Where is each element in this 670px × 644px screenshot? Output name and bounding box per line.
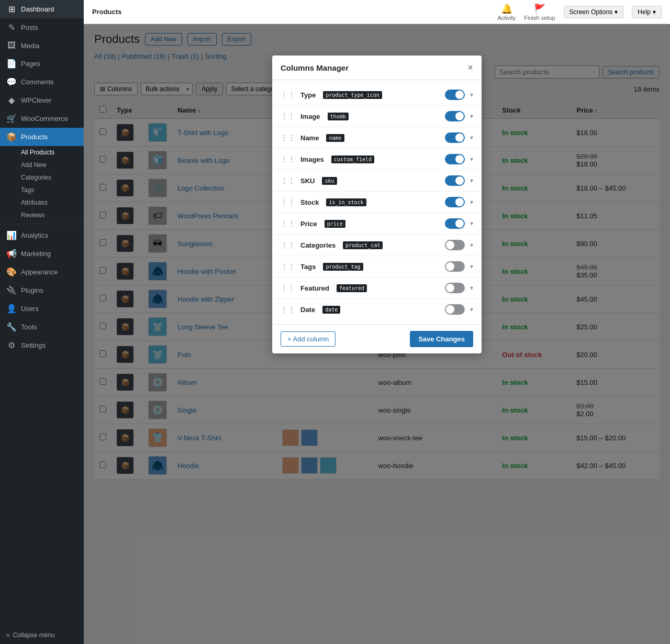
column-toggle[interactable] xyxy=(445,154,465,164)
sidebar-sub-attributes[interactable]: Attributes xyxy=(0,196,84,209)
sidebar-item-woocommerce[interactable]: 🛒 WooCommerce xyxy=(0,109,84,128)
column-label: Name xyxy=(300,134,319,142)
column-toggle[interactable] xyxy=(445,175,465,186)
column-manager-row: ⋮⋮ SKU sku ▾ xyxy=(272,170,482,192)
sidebar-item-comments[interactable]: 💬 Comments xyxy=(0,73,84,91)
users-icon: 👤 xyxy=(6,304,17,314)
column-chevron-icon[interactable]: ▾ xyxy=(470,113,473,120)
column-tag: product_tag xyxy=(323,263,363,271)
sidebar-item-media[interactable]: 🖼 Media xyxy=(0,37,84,54)
sidebar-item-dashboard[interactable]: ⊞ Dashboard xyxy=(0,0,84,18)
column-toggle[interactable] xyxy=(445,111,465,121)
column-chevron-icon[interactable]: ▾ xyxy=(470,91,473,98)
appearance-icon: 🎨 xyxy=(6,267,17,277)
column-chevron-icon[interactable]: ▾ xyxy=(470,177,473,184)
column-tag: product_cat xyxy=(343,241,383,249)
column-label: Price xyxy=(300,220,317,228)
column-toggle[interactable] xyxy=(445,218,465,229)
column-chevron-icon[interactable]: ▾ xyxy=(470,220,473,227)
column-toggle[interactable] xyxy=(445,261,465,272)
column-label: SKU xyxy=(300,177,315,185)
column-chevron-icon[interactable]: ▾ xyxy=(470,198,473,206)
column-label: Date xyxy=(300,306,315,314)
column-label: Stock xyxy=(300,198,319,206)
drag-handle-icon: ⋮⋮ xyxy=(281,91,295,99)
column-toggle[interactable] xyxy=(445,283,465,293)
sidebar-item-plugins[interactable]: 🔌 Plugins xyxy=(0,281,84,299)
column-tag: product_type_icon xyxy=(323,91,382,99)
column-toggle[interactable] xyxy=(445,240,465,250)
sidebar-item-settings[interactable]: ⚙ Settings xyxy=(0,336,84,354)
save-changes-button[interactable]: Save Changes xyxy=(410,331,473,347)
sidebar-item-wpclever[interactable]: ◆ WPClever xyxy=(0,91,84,109)
sidebar-sub-reviews[interactable]: Reviews xyxy=(0,209,84,221)
sidebar-item-label: Appearance xyxy=(21,268,58,276)
modal-close-button[interactable]: × xyxy=(467,63,473,72)
column-tag: name xyxy=(326,134,344,142)
sidebar-item-appearance[interactable]: 🎨 Appearance xyxy=(0,263,84,281)
settings-icon: ⚙ xyxy=(6,340,17,350)
comments-icon: 💬 xyxy=(6,77,17,87)
sidebar-item-tools[interactable]: 🔧 Tools xyxy=(0,318,84,336)
column-tag: sku xyxy=(322,177,337,185)
toggle-slider xyxy=(445,218,465,229)
sidebar-sub-categories[interactable]: Categories xyxy=(0,171,84,184)
toggle-slider xyxy=(445,197,465,207)
sidebar-sub-all-products[interactable]: All Products xyxy=(0,146,84,159)
drag-handle-icon: ⋮⋮ xyxy=(281,155,295,163)
column-toggle[interactable] xyxy=(445,197,465,207)
screen-options-button[interactable]: Screen Options ▾ xyxy=(564,6,624,18)
column-toggle[interactable] xyxy=(445,90,465,100)
sidebar: ⊞ Dashboard ✎ Posts 🖼 Media 📄 Pages 💬 Co… xyxy=(0,0,84,644)
column-label: Images xyxy=(300,156,324,163)
column-manager-row: ⋮⋮ Categories product_cat ▾ xyxy=(272,235,482,256)
sidebar-item-label: Dashboard xyxy=(21,5,54,13)
main-area: Products 🔔 Activity 🚩 Finish setup Scree… xyxy=(84,0,670,644)
sidebar-item-marketing[interactable]: 📢 Marketing xyxy=(0,245,84,263)
finish-setup-button[interactable]: 🚩 Finish setup xyxy=(524,3,555,21)
column-toggle[interactable] xyxy=(445,304,465,315)
sidebar-item-analytics[interactable]: 📊 Analytics xyxy=(0,226,84,245)
add-column-button[interactable]: + Add column xyxy=(281,331,336,347)
help-label: Help xyxy=(638,8,651,16)
sidebar-item-label: Products xyxy=(21,133,48,141)
sidebar-sub-add-new[interactable]: Add New xyxy=(0,159,84,171)
sidebar-item-label: WPClever xyxy=(21,96,52,104)
column-chevron-icon[interactable]: ▾ xyxy=(470,241,473,249)
column-chevron-icon[interactable]: ▾ xyxy=(470,156,473,163)
column-manager-row: ⋮⋮ Type product_type_icon ▾ xyxy=(272,84,482,106)
sidebar-item-label: Pages xyxy=(21,60,40,68)
column-label: Categories xyxy=(300,241,336,249)
marketing-icon: 📢 xyxy=(6,249,17,259)
finish-setup-label: Finish setup xyxy=(524,15,555,21)
content-area: Products Add New Import Export All (18) … xyxy=(84,24,670,644)
activity-label: Activity xyxy=(497,15,516,21)
drag-handle-icon: ⋮⋮ xyxy=(281,176,295,185)
column-chevron-icon[interactable]: ▾ xyxy=(470,306,473,313)
sidebar-item-pages[interactable]: 📄 Pages xyxy=(0,54,84,73)
drag-handle-icon: ⋮⋮ xyxy=(281,262,295,271)
collapse-menu-button[interactable]: « Collapse menu xyxy=(0,626,84,644)
screen-options-chevron: ▾ xyxy=(615,8,618,16)
column-toggle[interactable] xyxy=(445,132,465,143)
column-label: Image xyxy=(300,113,320,120)
help-button[interactable]: Help ▾ xyxy=(632,6,662,18)
modal-header: Columns Manager × xyxy=(272,55,482,80)
sidebar-sub-tags[interactable]: Tags xyxy=(0,184,84,196)
toggle-slider xyxy=(445,154,465,164)
modal-overlay[interactable]: Columns Manager × ⋮⋮ Type product_type_i… xyxy=(84,24,670,644)
column-chevron-icon[interactable]: ▾ xyxy=(470,284,473,292)
column-chevron-icon[interactable]: ▾ xyxy=(470,134,473,141)
column-chevron-icon[interactable]: ▾ xyxy=(470,263,473,270)
dashboard-icon: ⊞ xyxy=(6,4,17,14)
activity-button[interactable]: 🔔 Activity xyxy=(497,3,516,21)
sidebar-item-label: Comments xyxy=(21,78,54,86)
toggle-slider xyxy=(445,132,465,143)
column-tag: thumb xyxy=(328,113,349,120)
sidebar-item-users[interactable]: 👤 Users xyxy=(0,299,84,318)
sidebar-item-products[interactable]: 📦 Products xyxy=(0,128,84,146)
sidebar-item-posts[interactable]: ✎ Posts xyxy=(0,18,84,37)
sidebar-item-label: Analytics xyxy=(21,231,48,239)
column-label: Featured xyxy=(300,284,329,292)
column-manager-row: ⋮⋮ Image thumb ▾ xyxy=(272,106,482,127)
